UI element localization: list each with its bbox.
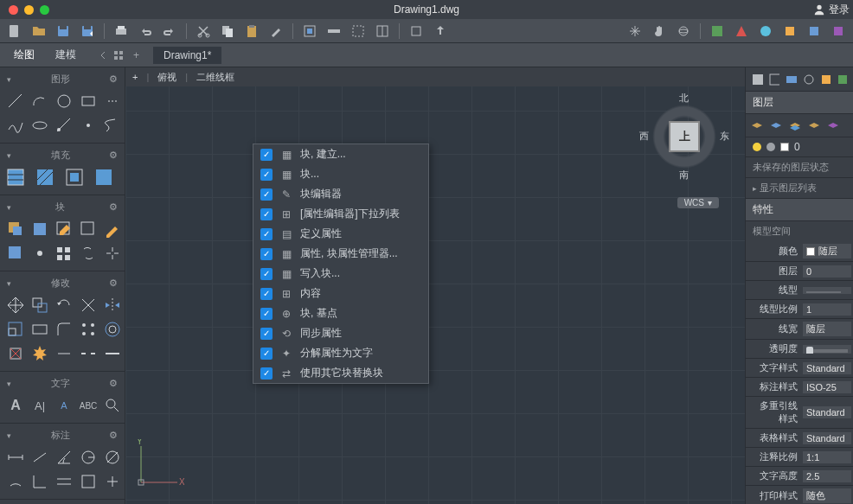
block-create-tool[interactable] — [5, 219, 26, 239]
property-value[interactable] — [803, 345, 851, 354]
dim-angular-tool[interactable] — [54, 447, 74, 468]
property-value[interactable]: 0 — [803, 265, 851, 278]
redo-button[interactable] — [160, 22, 179, 41]
print-button[interactable] — [112, 22, 131, 41]
ctx-item-explode-attr[interactable]: ✓✦分解属性为文字 — [253, 343, 428, 363]
pan-button[interactable] — [625, 22, 645, 41]
gear-icon[interactable]: ⚙ — [109, 150, 118, 161]
tool5-button[interactable] — [805, 22, 824, 41]
align-tool[interactable] — [54, 343, 74, 364]
content-tool[interactable] — [54, 243, 74, 264]
copy-button[interactable] — [218, 22, 237, 41]
layer-tool-icon[interactable] — [749, 118, 765, 133]
dim-radius-tool[interactable] — [78, 447, 99, 468]
property-value[interactable]: 随层 — [803, 322, 851, 336]
ctx-item-content[interactable]: ✓⊞内容 — [253, 284, 428, 303]
dim-diameter-tool[interactable] — [102, 447, 123, 468]
panel-icon[interactable] — [768, 73, 780, 86]
dim-linear-tool[interactable] — [5, 447, 26, 468]
ctx-item-block-create[interactable]: ✓▦块, 建立... — [253, 144, 428, 164]
ctx-item-attr-manager[interactable]: ✓▦属性, 块属性管理器... — [253, 244, 428, 264]
tool2-button[interactable] — [732, 22, 751, 41]
props-panel-header[interactable]: 特性 — [746, 199, 853, 221]
explode-tool[interactable] — [102, 243, 123, 264]
layer-state-label[interactable]: 未保存的图层状态 — [746, 157, 853, 178]
login-button[interactable]: 登录 — [813, 3, 850, 17]
dim-style-tool[interactable] — [78, 471, 99, 492]
panel-icon[interactable] — [751, 73, 763, 86]
ctx-item-block[interactable]: ✓▦块... — [253, 164, 428, 184]
property-row[interactable]: 线宽随层 — [746, 319, 853, 340]
polyline-tool[interactable]: ⋯ — [102, 91, 123, 112]
viewport-style-label[interactable]: 二维线框 — [196, 71, 234, 84]
line-tool[interactable] — [5, 91, 26, 112]
erase-tool[interactable] — [5, 343, 26, 364]
sync-tool[interactable] — [78, 243, 99, 264]
save-as-button[interactable] — [78, 22, 97, 41]
move-tool[interactable] — [5, 295, 26, 316]
current-layer-row[interactable]: 0 — [746, 137, 853, 157]
copy-tool[interactable] — [29, 295, 50, 316]
undo-button[interactable] — [136, 22, 155, 41]
wcs-badge[interactable]: WCS▾ — [677, 197, 719, 208]
scale-tool[interactable] — [5, 319, 26, 340]
break-tool[interactable] — [78, 343, 99, 364]
drawing-canvas[interactable]: + | 俯视 | 二维线框 ✓▦块, 建立... ✓▦块... ✓✎块编辑器 ✓… — [125, 67, 745, 504]
tool1-button[interactable] — [708, 22, 727, 41]
block-edit-tool[interactable] — [54, 219, 74, 239]
gear-icon[interactable]: ⚙ — [109, 378, 118, 389]
ctx-item-wblock[interactable]: ✓▦写入块... — [253, 264, 428, 284]
layer-tool-icon[interactable] — [825, 118, 841, 133]
base-point-tool[interactable] — [29, 243, 50, 264]
find-tool[interactable] — [102, 395, 123, 416]
viewcube-west[interactable]: 西 — [639, 130, 649, 143]
fillet-tool[interactable] — [54, 319, 74, 340]
hatch-tool[interactable] — [5, 167, 26, 188]
stretch-tool[interactable] — [29, 319, 50, 340]
viewcube[interactable]: 上 北 南 东 西 — [641, 93, 728, 180]
property-row[interactable]: 表格样式Standard — [746, 429, 853, 448]
property-value[interactable]: ISO-25 — [803, 381, 851, 393]
block-attr-tool[interactable] — [78, 219, 99, 239]
property-value[interactable]: Standard — [803, 362, 851, 374]
doc-add-button[interactable]: + — [133, 49, 139, 61]
measure-button[interactable] — [324, 22, 343, 41]
layer-visibility-icon[interactable] — [753, 143, 761, 151]
panel-icon[interactable] — [819, 73, 831, 86]
gradient-tool[interactable] — [35, 167, 55, 188]
dim-continue-tool[interactable] — [54, 471, 74, 492]
text-style-tool[interactable]: A — [54, 395, 74, 416]
gear-icon[interactable]: ⚙ — [109, 201, 118, 213]
gear-icon[interactable]: ⚙ — [109, 430, 118, 441]
block-insert-tool[interactable] — [29, 219, 50, 239]
property-value[interactable]: Standard — [803, 406, 851, 418]
mtext-tool[interactable]: A — [5, 395, 26, 416]
ctx-item-define-attr[interactable]: ✓▤定义属性 — [253, 224, 428, 244]
layer-tool-icon[interactable] — [806, 118, 822, 133]
rotate-tool[interactable] — [54, 295, 74, 316]
layout-button[interactable] — [373, 22, 392, 41]
close-window-icon[interactable] — [9, 5, 18, 15]
panel-icon[interactable] — [785, 73, 797, 86]
layer-tool-icon[interactable] — [768, 118, 784, 133]
wblock-tool[interactable] — [5, 243, 26, 264]
hand-pan-button[interactable] — [650, 22, 669, 41]
property-row[interactable]: 图层0 — [746, 262, 853, 281]
join-tool[interactable] — [102, 343, 123, 364]
cut-button[interactable] — [194, 22, 213, 41]
ctx-item-attr-editor[interactable]: ✓⊞[属性编辑器]下拉列表 — [253, 204, 428, 224]
viewcube-south[interactable]: 南 — [679, 169, 689, 182]
maximize-window-icon[interactable] — [40, 5, 49, 15]
dim-ord-tool[interactable] — [29, 471, 50, 492]
ray-tool[interactable] — [54, 115, 74, 136]
paste-button[interactable] — [242, 22, 261, 41]
arc-tool[interactable] — [29, 91, 50, 112]
text-tool[interactable]: A| — [29, 395, 50, 416]
ellipse-tool[interactable] — [29, 115, 50, 136]
point-tool[interactable] — [78, 115, 99, 136]
zoom-extents-button[interactable] — [407, 22, 426, 41]
dim-aligned-tool[interactable] — [29, 447, 50, 468]
property-row[interactable]: 颜色随层 — [746, 241, 853, 262]
trim-tool[interactable] — [78, 295, 99, 316]
save-button[interactable] — [54, 22, 73, 41]
